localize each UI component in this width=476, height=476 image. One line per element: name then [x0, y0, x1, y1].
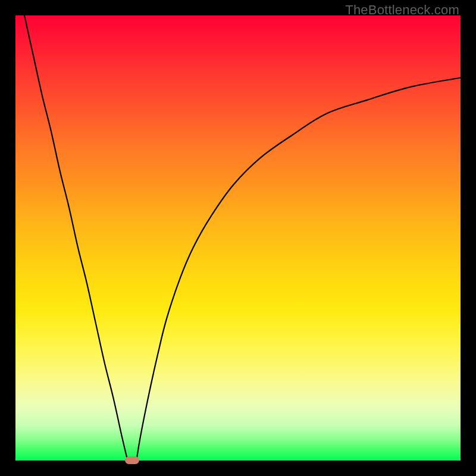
bottleneck-curve — [15, 15, 461, 461]
plot-area — [15, 15, 461, 461]
watermark-text: TheBottleneck.com — [345, 2, 459, 18]
minimum-marker — [125, 456, 139, 464]
